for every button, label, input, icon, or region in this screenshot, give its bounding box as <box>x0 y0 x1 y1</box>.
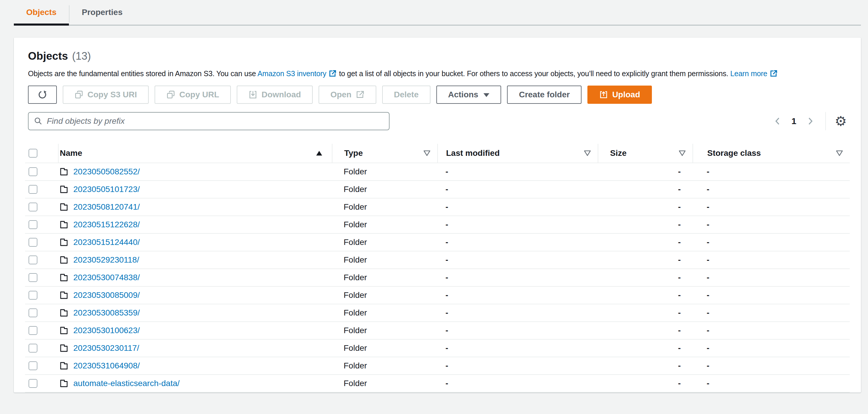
object-type: Folder <box>332 343 437 353</box>
actions-label: Actions <box>448 90 478 99</box>
learn-more-link[interactable]: Learn more <box>730 69 767 78</box>
row-checkbox[interactable] <box>29 344 37 352</box>
tab-properties-label: Properties <box>82 8 123 17</box>
column-header-last-modified[interactable]: Last modified <box>437 144 598 163</box>
object-name-link[interactable]: 20230505101723/ <box>73 185 140 194</box>
column-header-size[interactable]: Size <box>598 144 692 163</box>
panel-title: Objects (13) <box>28 50 847 62</box>
table-row: 20230505101723/Folder--- <box>25 181 850 199</box>
object-storage-class: - <box>692 220 850 229</box>
object-last-modified: - <box>437 255 598 265</box>
object-name-link[interactable]: 20230531064908/ <box>73 361 140 371</box>
table-row: 20230530085359/Folder--- <box>25 304 850 322</box>
object-last-modified: - <box>437 185 598 194</box>
tabs-bar: Objects Properties <box>0 0 868 26</box>
copy-s3-uri-button[interactable]: Copy S3 URI <box>63 85 149 104</box>
object-name-link[interactable]: automate-elasticsearch-data/ <box>73 379 180 388</box>
object-size: - <box>598 185 692 194</box>
object-storage-class: - <box>692 167 850 176</box>
previous-page-button[interactable] <box>771 115 784 127</box>
object-name-link[interactable]: 20230515122628/ <box>73 220 140 229</box>
row-checkbox[interactable] <box>29 308 37 317</box>
tab-properties[interactable]: Properties <box>69 0 135 25</box>
object-storage-class: - <box>692 238 850 247</box>
next-page-button[interactable] <box>804 115 816 127</box>
object-storage-class: - <box>692 273 850 282</box>
object-count-badge: (13) <box>72 50 91 62</box>
refresh-button[interactable] <box>28 85 57 104</box>
row-select-cell <box>25 185 58 194</box>
row-checkbox[interactable] <box>29 238 37 247</box>
object-storage-class: - <box>692 361 850 371</box>
copy-url-button[interactable]: Copy URL <box>155 85 231 104</box>
row-checkbox[interactable] <box>29 255 37 264</box>
table-row: 20230530230117/Folder--- <box>25 340 850 357</box>
object-size: - <box>598 273 692 282</box>
object-name-link[interactable]: 20230530100623/ <box>73 326 140 335</box>
pagination: 1 ⚙ <box>771 112 847 130</box>
row-select-cell <box>25 273 58 282</box>
select-all-checkbox[interactable] <box>29 149 37 158</box>
filter-triangle-icon <box>584 150 591 157</box>
table-row: 20230530085009/Folder--- <box>25 287 850 304</box>
object-name-link[interactable]: 20230530085009/ <box>73 290 140 300</box>
row-select-cell <box>25 361 58 370</box>
folder-icon <box>59 308 69 317</box>
row-checkbox[interactable] <box>29 291 37 300</box>
object-name-cell: 20230529230118/ <box>58 255 332 265</box>
search-box <box>28 112 390 130</box>
open-button[interactable]: Open <box>318 85 376 104</box>
row-checkbox[interactable] <box>29 167 37 176</box>
object-name-link[interactable]: 20230530074838/ <box>73 273 140 282</box>
object-name-link[interactable]: 20230515124440/ <box>73 238 140 247</box>
toolbar: Copy S3 URI Copy URL Download <box>28 85 847 104</box>
object-name-link[interactable]: 20230529230118/ <box>73 255 139 265</box>
column-label: Storage class <box>707 148 761 158</box>
folder-icon <box>59 238 69 247</box>
actions-button[interactable]: Actions <box>436 85 501 104</box>
folder-icon <box>59 273 69 282</box>
table-rows: 20230505082552/Folder---20230505101723/F… <box>25 163 850 392</box>
object-storage-class: - <box>692 343 850 353</box>
folder-icon <box>59 290 69 300</box>
copy-icon <box>74 90 83 99</box>
object-size: - <box>598 290 692 300</box>
column-header-name[interactable]: Name <box>58 144 332 163</box>
object-storage-class: - <box>692 379 850 388</box>
row-select-cell <box>25 203 58 211</box>
object-size: - <box>598 361 692 371</box>
row-checkbox[interactable] <box>29 379 37 388</box>
column-header-type[interactable]: Type <box>332 144 437 163</box>
row-checkbox[interactable] <box>29 273 37 282</box>
row-checkbox[interactable] <box>29 361 37 370</box>
row-checkbox[interactable] <box>29 326 37 335</box>
create-folder-button[interactable]: Create folder <box>507 85 582 104</box>
object-name-link[interactable]: 20230530085359/ <box>73 308 140 317</box>
s3-inventory-link[interactable]: Amazon S3 inventory <box>258 69 327 78</box>
object-name-cell: 20230530074838/ <box>58 273 332 282</box>
row-checkbox[interactable] <box>29 203 37 211</box>
object-storage-class: - <box>692 290 850 300</box>
folder-icon <box>59 343 69 353</box>
row-checkbox[interactable] <box>29 185 37 194</box>
object-name-link[interactable]: 20230530230117/ <box>73 343 139 353</box>
upload-button[interactable]: Upload <box>587 85 652 104</box>
object-name-link[interactable]: 20230508120741/ <box>73 202 140 212</box>
object-name-link[interactable]: 20230505082552/ <box>73 167 140 176</box>
search-input[interactable] <box>47 116 384 126</box>
object-size: - <box>598 343 692 353</box>
column-header-storage-class[interactable]: Storage class <box>692 144 850 163</box>
folder-icon <box>59 326 69 335</box>
object-size: - <box>598 238 692 247</box>
object-size: - <box>598 167 692 176</box>
download-button[interactable]: Download <box>237 85 313 104</box>
object-name-cell: 20230531064908/ <box>58 361 332 371</box>
settings-gear-icon[interactable]: ⚙ <box>835 114 847 128</box>
column-label: Size <box>610 148 626 158</box>
table-row: 20230529230118/Folder--- <box>25 251 850 269</box>
row-checkbox[interactable] <box>29 220 37 229</box>
tab-objects[interactable]: Objects <box>14 0 69 25</box>
object-storage-class: - <box>692 326 850 335</box>
object-type: Folder <box>332 308 437 317</box>
delete-button[interactable]: Delete <box>382 85 431 104</box>
